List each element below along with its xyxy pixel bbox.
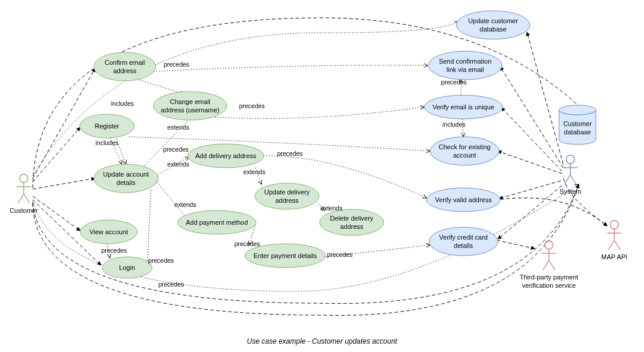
relation-label-3: extends [168, 124, 190, 131]
edge-dashed-13 [500, 198, 607, 226]
customer-database-label2: database [564, 128, 591, 136]
usecase-delete_delivery-label2: address [340, 223, 364, 230]
customer-database: Customerdatabase [559, 105, 596, 144]
edge-dashed-5 [527, 32, 563, 164]
edge-dashed-9 [499, 181, 561, 199]
usecase-send_conf-label2: link via email [447, 66, 484, 73]
svg-line-26 [564, 175, 570, 184]
relation-label-4: precedes [163, 146, 188, 153]
usecase-add_delivery-label1: Add delivery address [195, 152, 257, 159]
edge-dotted-0 [135, 78, 184, 94]
usecase-view_account: View account [80, 220, 137, 244]
usecase-register-label1: Register [95, 122, 119, 130]
relation-label-9: extends [175, 201, 197, 208]
usecase-update_delivery-label1: Update delivery [264, 188, 310, 196]
edge-dashed-1 [33, 127, 80, 182]
usecase-confirm_email-label1: Confirm email [105, 59, 145, 66]
relation-label-15: precedes [158, 281, 184, 288]
relation-label-2: includes [96, 139, 119, 146]
svg-point-23 [566, 155, 574, 164]
svg-line-37 [549, 260, 555, 270]
svg-line-27 [570, 175, 576, 184]
svg-point-28 [610, 221, 618, 229]
relation-label-7: extends [244, 168, 266, 175]
svg-point-18 [20, 174, 28, 183]
usecase-view_account-label1: View account [89, 228, 128, 235]
usecase-verify_card: Verify credit carddetails [429, 227, 498, 256]
actor-system-label: System [560, 188, 582, 195]
usecase-update_account-label1: Update account [103, 171, 149, 178]
usecase-update_account: Update accountdetails [94, 164, 158, 193]
relation-label-6: precedes [239, 102, 264, 109]
edge-dashed-8 [498, 151, 562, 174]
usecase-enter_payment-label1: Enter payment details [254, 252, 317, 259]
usecase-add_delivery: Add delivery address [188, 144, 264, 168]
svg-point-2 [153, 92, 227, 120]
relation-label-1: includes [111, 100, 134, 107]
usecase-update_account-label2: details [116, 179, 135, 186]
usecase-enter_payment: Enter payment details [245, 244, 326, 268]
edge-dashed-6 [500, 67, 563, 168]
svg-point-6 [320, 209, 384, 235]
usecase-send_conf-label1: Send confirmation [439, 58, 492, 65]
usecase-delete_delivery: Delete deliveryaddress [320, 209, 384, 235]
usecase-update_db-label1: Update customer [468, 17, 518, 24]
relation-label-12: precedes [327, 251, 352, 258]
usecase-change_email-label1: Change email [170, 98, 210, 105]
usecase-login: Login [102, 257, 152, 278]
relation-label-13: precedes [101, 247, 127, 254]
usecase-update_db-label2: database [479, 26, 506, 33]
actor-map_api: MAP API [601, 221, 627, 260]
usecase-update_db: Update customerdatabase [456, 11, 530, 39]
actor-payment_svc-label2: verification service [522, 282, 576, 289]
usecase-register: Register [80, 114, 134, 138]
svg-point-3 [94, 164, 158, 193]
usecase-check_existing-label2: account [453, 152, 476, 159]
svg-point-5 [255, 183, 319, 209]
svg-point-0 [94, 52, 156, 81]
svg-line-32 [614, 240, 620, 250]
usecase-check_existing: Check for existingaccount [430, 137, 499, 165]
svg-point-12 [428, 51, 502, 80]
usecase-delete_delivery-label1: Delete delivery [330, 215, 374, 222]
usecase-verify_card-label2: details [454, 242, 473, 249]
usecase-verify_address-label1: Verify valid address [435, 196, 492, 203]
usecase-confirm_email-label2: address [113, 67, 137, 74]
actor-map_api-label: MAP API [601, 253, 627, 260]
usecase-login-label1: Login [119, 264, 135, 271]
relation-label-11: extends [321, 205, 343, 212]
usecase-change_email-label2: address (username) [161, 106, 219, 114]
usecase-check_existing-label1: Check for existing [438, 143, 490, 150]
customer-database-label1: Customer [563, 120, 592, 127]
svg-line-36 [543, 260, 549, 270]
usecase-confirm_email: Confirm emailaddress [94, 52, 156, 81]
svg-line-22 [24, 194, 30, 203]
actor-customer-label: Customer [10, 207, 38, 214]
svg-point-11 [456, 11, 530, 39]
usecase-verify_email-label1: Verify email is unique [433, 103, 494, 111]
edge-dotted-7 [147, 190, 151, 264]
relation-label-17: includes [443, 121, 466, 128]
relation-label-5: extends [168, 161, 190, 168]
svg-line-21 [18, 194, 24, 203]
relation-label-8: precedes [277, 150, 302, 157]
edge-dotted-8 [153, 65, 428, 71]
usecase-verify_email: Verify email is unique [424, 95, 503, 119]
relation-label-10: precedes [234, 240, 260, 247]
svg-point-16 [429, 227, 498, 256]
edge-dashed-12 [497, 240, 535, 249]
actor-payment_svc-label: Third-party payment [520, 274, 578, 281]
edge-dashed-11 [563, 178, 607, 226]
usecase-add_payment-label1: Add payment method [186, 219, 248, 226]
actor-payment_svc: Third-party paymentverification service [520, 241, 578, 289]
edge-dashed-3 [33, 196, 80, 231]
usecase-verify_card-label1: Verify credit card [439, 234, 488, 241]
usecase-update_delivery-label2: address [275, 197, 299, 204]
usecase-update_delivery: Update deliveryaddress [255, 183, 319, 209]
svg-line-31 [608, 240, 614, 250]
diagram-caption: Use case example - Customer updates acco… [247, 337, 397, 345]
svg-point-33 [545, 241, 553, 249]
svg-point-14 [430, 137, 499, 165]
actor-system: System [560, 155, 582, 195]
relation-label-14: precedes [148, 257, 173, 264]
